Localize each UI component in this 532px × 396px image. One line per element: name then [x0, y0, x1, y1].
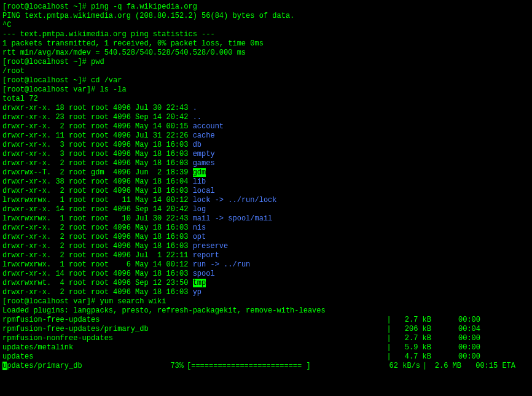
ls-row: lrwxrwxrwx. 1 root root 6 May 14 00:12 r…: [2, 260, 530, 270]
cmd-cd[interactable]: cd /var: [87, 76, 122, 85]
ls-name-spool: spool: [193, 270, 215, 278]
repo-time: 00:00: [437, 334, 480, 343]
progress-label: pdates/primary_db: [7, 362, 82, 370]
ls-perms: drwxr-xr-x. 2 root root 4096 May 18 16:0…: [2, 159, 193, 168]
ls-row: drwxr-xr-x. 2 root root 4096 May 18 16:0…: [2, 187, 530, 196]
ls-row: lrwxrwxrwx. 1 root root 11 May 14 00:12 …: [2, 196, 530, 205]
ls-perms: drwxr-xr-x. 18 root root 4096 Jul 30 22:…: [2, 104, 193, 112]
terminal-output[interactable]: [root@localhost ~]# ping -q fa.wikipedia…: [2, 2, 530, 371]
repo-size: 206 kB: [394, 325, 437, 334]
ls-total: total 72: [2, 95, 38, 103]
ls-name-local: local: [193, 187, 215, 195]
prompt: [root@localhost ~]#: [2, 2, 87, 11]
prompt: [root@localhost var]#: [2, 85, 95, 94]
ls-row: drwxrwx--T. 2 root gdm 4096 Jun 2 18:39 …: [2, 168, 530, 177]
ls-perms: drwxr-xr-x. 38 root root 4096 May 18 16:…: [2, 177, 193, 186]
ls-name-cache: cache: [193, 131, 215, 140]
ls-row: drwxr-xr-x. 2 root root 4096 May 18 16:0…: [2, 242, 530, 251]
ls-perms: drwxrwxrwt. 4 root root 4096 Sep 12 23:5…: [2, 279, 193, 287]
ls-row: drwxr-xr-x. 14 root root 4096 Sep 14 20:…: [2, 205, 530, 214]
ls-perms: drwxrwx--T. 2 root gdm 4096 Jun 2 18:39: [2, 168, 193, 177]
repo-sep: |: [383, 325, 394, 334]
ls-perms: drwxr-xr-x. 2 root root 4096 Jul 1 22:11: [2, 251, 193, 260]
ls-row: drwxrwxrwt. 4 root root 4096 Sep 12 23:5…: [2, 279, 530, 288]
ls-name-yp: yp: [193, 288, 201, 297]
progress-eta: 00:15 ETA: [466, 362, 515, 371]
ls-row: drwxr-xr-x. 2 root root 4096 May 18 16:0…: [2, 223, 530, 233]
download-progress: updates/primary_db73%[==================…: [2, 362, 530, 371]
ls-row: drwxr-xr-x. 18 root root 4096 Jul 30 22:…: [2, 104, 530, 113]
ping-stats-header: --- text.pmtpa.wikimedia.org ping statis…: [2, 30, 215, 39]
repo-name: updates: [2, 352, 383, 362]
ls-name-db: db: [193, 141, 201, 149]
ls-perms: lrwxrwxrwx. 1 root root 6 May 14 00:12: [2, 260, 193, 269]
ls-perms: drwxr-xr-x. 23 root root 4096 Sep 14 20:…: [2, 113, 193, 122]
repo-size: 2.7 kB: [394, 334, 437, 343]
repo-time: 00:00: [437, 343, 480, 352]
progress-pct: 73%: [156, 362, 187, 371]
ping-stats-1: 1 packets transmitted, 1 received, 0% pa…: [2, 39, 264, 48]
ls-perms: drwxr-xr-x. 2 root root 4096 May 18 16:0…: [2, 187, 193, 195]
repo-size: 5.9 kB: [394, 343, 437, 352]
ls-row: drwxr-xr-x. 2 root root 4096 May 18 16:0…: [2, 233, 530, 242]
repo-row: rpmfusion-free-updates|2.7 kB00:00: [2, 316, 530, 325]
ls-perms: drwxr-xr-x. 3 root root 4096 May 18 16:0…: [2, 150, 193, 158]
ls-name-log: log: [193, 205, 206, 214]
repo-name: updates/metalink: [2, 343, 383, 352]
ls-row: drwxr-xr-x. 38 root root 4096 May 18 16:…: [2, 177, 530, 187]
ls-perms: drwxr-xr-x. 2 root root 4096 May 18 16:0…: [2, 242, 193, 250]
repo-sep: |: [383, 343, 394, 352]
ls-perms: lrwxrwxrwx. 1 root root 11 May 14 00:12: [2, 196, 193, 204]
ls-name-games: games: [193, 159, 215, 168]
prompt: [root@localhost ~]#: [2, 76, 87, 85]
repo-time: 00:00: [437, 316, 480, 325]
ls-name-run: run: [193, 260, 206, 269]
ping-stats-2: rtt min/avg/max/mdev = 540.528/540.528/5…: [2, 49, 246, 57]
ls-name-lock: lock: [193, 196, 211, 204]
repo-sep: |: [383, 352, 394, 362]
ls-link-target: -> ../run: [206, 260, 250, 269]
ls-row: drwxr-xr-x. 2 root root 4096 Jul 1 22:11…: [2, 251, 530, 260]
repo-sep: |: [383, 334, 394, 343]
ls-name-..: ..: [193, 113, 201, 122]
repo-time: 00:00: [437, 352, 480, 362]
ls-perms: drwxr-xr-x. 2 root root 4096 May 18 16:0…: [2, 233, 193, 241]
cmd-ls[interactable]: ls -la: [95, 85, 126, 94]
ls-row: drwxr-xr-x. 3 root root 4096 May 18 16:0…: [2, 141, 530, 150]
pwd-output: /root: [2, 67, 25, 76]
ls-name-preserve: preserve: [193, 242, 229, 250]
ls-link-target: -> spool/mail: [210, 214, 272, 223]
ls-row: lrwxrwxrwx. 1 root root 10 Jul 30 22:43 …: [2, 214, 530, 223]
ls-name-gdm: gdm: [193, 168, 206, 177]
ls-row: drwxr-xr-x. 3 root root 4096 May 18 16:0…: [2, 150, 530, 159]
repo-name: rpmfusion-nonfree-updates: [2, 334, 383, 343]
ls-perms: drwxr-xr-x. 3 root root 4096 May 18 16:0…: [2, 141, 193, 149]
prompt: [root@localhost var]#: [2, 297, 95, 306]
ls-name-tmp: tmp: [193, 279, 206, 287]
prompt: [root@localhost ~]#: [2, 58, 87, 66]
cmd-pwd[interactable]: pwd: [87, 58, 104, 66]
ls-name-account: account: [193, 122, 224, 131]
cmd-ping[interactable]: ping -q fa.wikipedia.org: [87, 2, 197, 11]
repo-name: rpmfusion-free-updates: [2, 316, 383, 325]
ls-row: drwxr-xr-x. 2 root root 4096 May 18 16:0…: [2, 288, 530, 297]
ls-name-mail: mail: [193, 214, 211, 223]
ls-row: drwxr-xr-x. 11 root root 4096 Jul 31 22:…: [2, 131, 530, 141]
ls-perms: drwxr-xr-x. 14 root root 4096 Sep 14 20:…: [2, 205, 193, 214]
ls-perms: drwxr-xr-x. 2 root root 4096 May 14 00:1…: [2, 122, 193, 131]
ls-perms: lrwxrwxrwx. 1 root root 10 Jul 30 22:43: [2, 214, 193, 223]
repo-size: 2.7 kB: [394, 316, 437, 325]
yum-plugins: Loaded plugins: langpacks, presto, refre…: [2, 306, 326, 315]
repo-row: updates|4.7 kB00:00: [2, 352, 530, 362]
repo-row: updates/metalink|5.9 kB00:00: [2, 343, 530, 352]
ls-link-target: -> ../run/lock: [210, 196, 276, 204]
repo-row: rpmfusion-nonfree-updates|2.7 kB00:00: [2, 334, 530, 343]
ls-row: drwxr-xr-x. 2 root root 4096 May 14 00:1…: [2, 122, 530, 131]
progress-size: 2.6 MB: [429, 362, 466, 371]
ls-perms: drwxr-xr-x. 11 root root 4096 Jul 31 22:…: [2, 131, 193, 140]
ls-name-report: report: [193, 251, 219, 260]
ls-perms: drwxr-xr-x. 2 root root 4096 May 18 16:0…: [2, 223, 193, 232]
cmd-yum[interactable]: yum search wiki: [95, 297, 166, 306]
ctrl-c: ^C: [2, 21, 11, 29]
ls-perms: drwxr-xr-x. 14 root root 4096 May 18 16:…: [2, 270, 193, 278]
